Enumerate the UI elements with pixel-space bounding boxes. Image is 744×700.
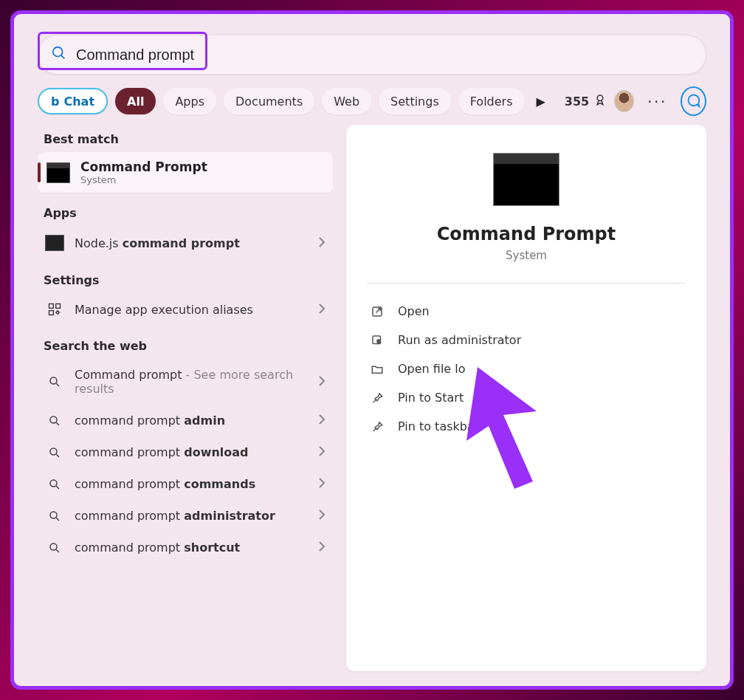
web-result-3[interactable]: command prompt download bbox=[38, 436, 333, 468]
search-bar[interactable] bbox=[38, 35, 706, 75]
action-pin-start-label: Pin to Start bbox=[398, 391, 464, 405]
folder-icon bbox=[370, 363, 385, 376]
svg-point-9 bbox=[50, 416, 57, 423]
search-input[interactable] bbox=[76, 47, 693, 64]
best-match-subtitle: System bbox=[80, 174, 207, 185]
filter-web-label: Web bbox=[334, 95, 359, 109]
command-prompt-icon bbox=[46, 162, 70, 183]
best-match-result[interactable]: Command Prompt System bbox=[38, 152, 333, 193]
nodejs-cmd-icon bbox=[45, 235, 64, 251]
details-panel: Command Prompt System Open Run as admini… bbox=[346, 125, 706, 671]
medal-icon bbox=[593, 93, 607, 109]
settings-result-label: Manage app execution aliases bbox=[75, 303, 308, 317]
filter-documents[interactable]: Documents bbox=[224, 88, 314, 114]
search-icon bbox=[51, 45, 67, 64]
settings-heading: Settings bbox=[44, 273, 327, 287]
web-result-1[interactable]: Command prompt - See more search results bbox=[38, 359, 333, 405]
svg-point-7 bbox=[50, 377, 57, 384]
filter-settings[interactable]: Settings bbox=[379, 88, 451, 114]
apps-result-label: Node.js command prompt bbox=[75, 236, 308, 250]
action-run-admin-label: Run as administrator bbox=[398, 333, 521, 347]
chat-pill[interactable]: b Chat bbox=[38, 88, 108, 114]
svg-rect-4 bbox=[56, 304, 61, 309]
pin-icon bbox=[370, 391, 385, 405]
web-result-1-label: Command prompt - See more search results bbox=[75, 368, 308, 396]
user-avatar[interactable] bbox=[614, 90, 633, 112]
svg-point-2 bbox=[597, 95, 603, 101]
chevron-right-icon bbox=[318, 236, 326, 250]
action-pin-start[interactable]: Pin to Start bbox=[367, 383, 686, 412]
filter-apps[interactable]: Apps bbox=[163, 88, 216, 114]
svg-line-1 bbox=[61, 55, 65, 59]
best-match-heading: Best match bbox=[44, 132, 327, 146]
chevron-right-icon bbox=[318, 445, 326, 459]
web-result-4[interactable]: command prompt commands bbox=[38, 468, 333, 500]
settings-result-aliases[interactable]: Manage app execution aliases bbox=[38, 293, 333, 326]
web-result-2[interactable]: command prompt admin bbox=[38, 405, 333, 436]
filter-folders-label: Folders bbox=[470, 95, 513, 109]
filter-row: b Chat All Apps Documents Web Settings F… bbox=[38, 86, 706, 116]
best-match-title: Command Prompt bbox=[80, 159, 207, 174]
action-open-label: Open bbox=[398, 304, 430, 318]
chat-pill-label: Chat bbox=[63, 95, 94, 109]
details-title: Command Prompt bbox=[367, 224, 686, 244]
action-open-location[interactable]: Open file lo bbox=[367, 354, 686, 383]
svg-line-14 bbox=[56, 486, 59, 489]
bing-chat-button[interactable] bbox=[681, 86, 706, 116]
svg-line-16 bbox=[56, 518, 59, 521]
open-icon bbox=[370, 305, 385, 318]
filter-web[interactable]: Web bbox=[322, 88, 371, 114]
details-subtitle: System bbox=[367, 249, 686, 262]
action-open[interactable]: Open bbox=[367, 297, 686, 326]
shield-icon bbox=[370, 334, 385, 347]
filter-folders[interactable]: Folders bbox=[458, 88, 525, 114]
search-icon bbox=[45, 541, 64, 555]
web-result-5-label: command prompt administrator bbox=[75, 509, 308, 523]
action-pin-taskbar-label: Pin to taskbar bbox=[398, 419, 479, 433]
divider bbox=[367, 283, 686, 284]
filter-apps-label: Apps bbox=[175, 95, 204, 109]
command-prompt-hero-icon bbox=[493, 153, 559, 206]
chevron-right-icon bbox=[318, 477, 326, 491]
action-pin-taskbar[interactable]: Pin to taskbar bbox=[367, 412, 686, 441]
web-heading: Search the web bbox=[44, 339, 327, 353]
chevron-right-icon bbox=[318, 414, 326, 428]
svg-rect-5 bbox=[49, 311, 54, 315]
more-filters-arrow-icon[interactable]: ▶ bbox=[532, 95, 550, 109]
search-icon bbox=[45, 414, 64, 428]
overflow-menu-icon[interactable]: ··· bbox=[641, 92, 673, 111]
search-icon bbox=[45, 478, 64, 491]
web-result-3-label: command prompt download bbox=[75, 445, 308, 459]
web-result-5[interactable]: command prompt administrator bbox=[38, 500, 333, 532]
rewards-count[interactable]: 355 bbox=[565, 93, 607, 109]
svg-line-8 bbox=[56, 383, 59, 386]
action-run-admin[interactable]: Run as administrator bbox=[367, 326, 686, 354]
web-result-6-label: command prompt shortcut bbox=[75, 541, 308, 555]
search-icon bbox=[45, 375, 64, 388]
chevron-right-icon bbox=[318, 303, 326, 317]
svg-rect-3 bbox=[49, 304, 54, 309]
web-result-2-label: command prompt admin bbox=[75, 414, 308, 428]
svg-line-12 bbox=[56, 454, 59, 457]
svg-point-13 bbox=[50, 480, 57, 487]
svg-line-18 bbox=[56, 549, 59, 552]
svg-point-17 bbox=[50, 543, 57, 550]
svg-point-11 bbox=[50, 448, 57, 455]
results-column: Best match Command Prompt System Apps No… bbox=[38, 125, 333, 671]
pin-icon bbox=[370, 420, 385, 433]
apps-result-nodejs[interactable]: Node.js command prompt bbox=[38, 226, 333, 260]
chevron-right-icon bbox=[318, 509, 326, 523]
bing-b-icon: b bbox=[51, 95, 59, 109]
svg-point-15 bbox=[50, 512, 57, 518]
filter-all-label: All bbox=[127, 95, 144, 109]
web-result-4-label: command prompt commands bbox=[75, 477, 308, 491]
svg-point-0 bbox=[53, 47, 63, 57]
filter-all[interactable]: All bbox=[115, 88, 156, 114]
action-open-location-label: Open file lo bbox=[398, 362, 466, 376]
svg-line-10 bbox=[56, 422, 59, 425]
chevron-right-icon bbox=[318, 541, 326, 555]
chevron-right-icon bbox=[318, 375, 326, 389]
app-aliases-icon bbox=[45, 302, 64, 317]
svg-point-6 bbox=[57, 312, 59, 314]
web-result-6[interactable]: command prompt shortcut bbox=[38, 532, 333, 563]
